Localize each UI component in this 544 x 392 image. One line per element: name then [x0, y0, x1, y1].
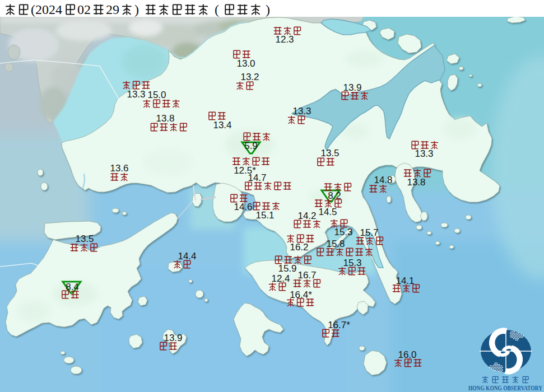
- svg-text:14.8: 14.8: [374, 175, 392, 185]
- svg-text:13.2: 13.2: [240, 72, 259, 82]
- svg-text:15.8: 15.8: [326, 239, 345, 249]
- svg-text:13.3: 13.3: [292, 106, 311, 116]
- svg-text:16.2: 16.2: [290, 242, 308, 253]
- svg-text:13.5: 13.5: [75, 234, 94, 244]
- svg-text:16.4*: 16.4*: [290, 290, 312, 300]
- svg-text:8.4: 8.4: [66, 282, 79, 292]
- svg-text:15.3: 15.3: [343, 258, 361, 268]
- svg-text:(2024: (2024: [31, 2, 62, 17]
- svg-text:16.7: 16.7: [297, 270, 316, 281]
- svg-text:16.7*: 16.7*: [328, 320, 350, 330]
- svg-text:15.0: 15.0: [147, 90, 166, 100]
- svg-text:14.2: 14.2: [297, 211, 316, 221]
- svg-text:13.8: 13.8: [407, 177, 425, 188]
- svg-text:13.3: 13.3: [127, 89, 145, 100]
- svg-text:13.6: 13.6: [110, 163, 128, 174]
- svg-text:13.9: 13.9: [343, 82, 361, 93]
- svg-text:15.7: 15.7: [360, 227, 378, 238]
- svg-text:12.4: 12.4: [271, 273, 290, 284]
- svg-text:13.0: 13.0: [236, 58, 255, 69]
- svg-text:13.9: 13.9: [164, 333, 182, 343]
- svg-text:14.6: 14.6: [234, 202, 252, 212]
- svg-text:29: 29: [106, 2, 119, 17]
- svg-text:(: (: [215, 2, 219, 17]
- svg-text:16.0: 16.0: [398, 349, 416, 360]
- svg-text:02: 02: [77, 2, 91, 17]
- svg-text:15.3: 15.3: [334, 227, 352, 237]
- svg-text:14.4: 14.4: [178, 251, 196, 262]
- svg-text:15.1: 15.1: [255, 210, 274, 221]
- svg-text:HONG KONG OBSERVATORY: HONG KONG OBSERVATORY: [468, 384, 542, 392]
- svg-text:13.4: 13.4: [213, 120, 231, 130]
- svg-text:13.5: 13.5: [320, 148, 339, 158]
- svg-text:13.8: 13.8: [156, 113, 174, 124]
- svg-text:5.9: 5.9: [244, 141, 258, 151]
- svg-text:14.1: 14.1: [396, 276, 414, 286]
- svg-text:14.7: 14.7: [248, 172, 266, 183]
- svg-text:15.9: 15.9: [278, 263, 296, 274]
- svg-text:): ): [266, 2, 270, 17]
- svg-text:12.3: 12.3: [275, 34, 294, 45]
- svg-text:14.5: 14.5: [318, 207, 337, 217]
- svg-text:13.3: 13.3: [415, 148, 433, 159]
- svg-text:): ): [134, 2, 139, 17]
